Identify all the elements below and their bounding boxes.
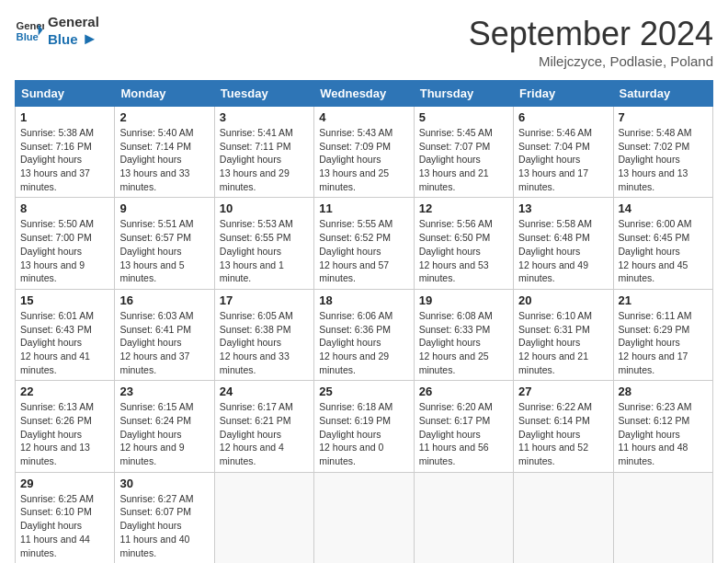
day-number: 5 — [419, 110, 508, 124]
day-info: Sunrise: 6:17 AMSunset: 6:21 PMDaylight … — [220, 400, 309, 467]
day-number: 3 — [220, 110, 309, 124]
table-row — [414, 472, 513, 563]
day-number: 15 — [20, 293, 109, 307]
weekday-header-row: Sunday Monday Tuesday Wednesday Thursday… — [16, 81, 713, 107]
day-info: Sunrise: 6:20 AMSunset: 6:17 PMDaylight … — [419, 400, 508, 467]
calendar-row: 8 Sunrise: 5:50 AMSunset: 7:00 PMDayligh… — [16, 198, 713, 289]
table-row: 7 Sunrise: 5:48 AMSunset: 7:02 PMDayligh… — [613, 107, 712, 198]
table-row: 30 Sunrise: 6:27 AMSunset: 6:07 PMDaylig… — [115, 472, 214, 563]
day-info: Sunrise: 5:43 AMSunset: 7:09 PMDaylight … — [319, 126, 408, 193]
table-row: 2 Sunrise: 5:40 AMSunset: 7:14 PMDayligh… — [115, 107, 214, 198]
day-number: 23 — [119, 385, 209, 398]
day-number: 24 — [220, 385, 309, 398]
table-row: 1 Sunrise: 5:38 AMSunset: 7:16 PMDayligh… — [16, 107, 115, 198]
day-number: 30 — [119, 477, 209, 490]
day-info: Sunrise: 6:08 AMSunset: 6:33 PMDaylight … — [419, 309, 508, 376]
day-info: Sunrise: 6:03 AMSunset: 6:41 PMDaylight … — [119, 309, 209, 376]
month-title: September 2024 — [469, 15, 713, 53]
day-info: Sunrise: 6:00 AMSunset: 6:45 PMDaylight … — [619, 217, 708, 284]
title-block: September 2024 Milejczyce, Podlasie, Pol… — [469, 15, 713, 69]
day-info: Sunrise: 5:55 AMSunset: 6:52 PMDaylight … — [319, 217, 408, 284]
table-row: 24 Sunrise: 6:17 AMSunset: 6:21 PMDaylig… — [214, 381, 313, 472]
day-info: Sunrise: 5:51 AMSunset: 6:57 PMDaylight … — [119, 217, 209, 284]
table-row: 4 Sunrise: 5:43 AMSunset: 7:09 PMDayligh… — [314, 107, 414, 198]
table-row: 9 Sunrise: 5:51 AMSunset: 6:57 PMDayligh… — [115, 198, 214, 289]
calendar-row: 22 Sunrise: 6:13 AMSunset: 6:26 PMDaylig… — [16, 381, 713, 472]
day-number: 6 — [518, 110, 608, 124]
day-number: 16 — [119, 293, 209, 307]
table-row: 28 Sunrise: 6:23 AMSunset: 6:12 PMDaylig… — [613, 381, 712, 472]
table-row: 27 Sunrise: 6:22 AMSunset: 6:14 PMDaylig… — [514, 381, 613, 472]
day-info: Sunrise: 6:22 AMSunset: 6:14 PMDaylight … — [518, 400, 608, 467]
day-info: Sunrise: 5:50 AMSunset: 7:00 PMDaylight … — [20, 217, 109, 284]
day-info: Sunrise: 5:46 AMSunset: 7:04 PMDaylight … — [518, 126, 608, 193]
table-row: 10 Sunrise: 5:53 AMSunset: 6:55 PMDaylig… — [214, 198, 313, 289]
header-friday: Friday — [514, 81, 613, 107]
table-row: 6 Sunrise: 5:46 AMSunset: 7:04 PMDayligh… — [514, 107, 613, 198]
day-number: 14 — [619, 201, 708, 215]
day-info: Sunrise: 6:06 AMSunset: 6:36 PMDaylight … — [319, 309, 408, 376]
table-row: 17 Sunrise: 6:05 AMSunset: 6:38 PMDaylig… — [214, 289, 313, 380]
calendar-row: 15 Sunrise: 6:01 AMSunset: 6:43 PMDaylig… — [16, 289, 713, 380]
header-monday: Monday — [115, 81, 214, 107]
day-number: 28 — [619, 385, 708, 398]
table-row: 12 Sunrise: 5:56 AMSunset: 6:50 PMDaylig… — [414, 198, 513, 289]
table-row: 5 Sunrise: 5:45 AMSunset: 7:07 PMDayligh… — [414, 107, 513, 198]
table-row: 8 Sunrise: 5:50 AMSunset: 7:00 PMDayligh… — [16, 198, 115, 289]
logo-text: General Blue ► — [48, 15, 99, 48]
calendar-row: 1 Sunrise: 5:38 AMSunset: 7:16 PMDayligh… — [16, 107, 713, 198]
svg-text:Blue: Blue — [17, 31, 39, 42]
day-number: 26 — [419, 385, 508, 398]
day-info: Sunrise: 6:25 AMSunset: 6:10 PMDaylight … — [20, 492, 109, 559]
day-info: Sunrise: 6:10 AMSunset: 6:31 PMDaylight … — [518, 309, 608, 376]
day-number: 2 — [119, 110, 209, 124]
header-thursday: Thursday — [414, 81, 513, 107]
day-info: Sunrise: 5:56 AMSunset: 6:50 PMDaylight … — [419, 217, 508, 284]
day-number: 19 — [419, 293, 508, 307]
logo: General Blue General Blue ► — [15, 15, 99, 48]
table-row — [214, 472, 313, 563]
day-number: 4 — [319, 110, 408, 124]
header-wednesday: Wednesday — [314, 81, 414, 107]
table-row: 14 Sunrise: 6:00 AMSunset: 6:45 PMDaylig… — [613, 198, 712, 289]
table-row: 15 Sunrise: 6:01 AMSunset: 6:43 PMDaylig… — [16, 289, 115, 380]
day-info: Sunrise: 6:18 AMSunset: 6:19 PMDaylight … — [319, 400, 408, 467]
table-row: 23 Sunrise: 6:15 AMSunset: 6:24 PMDaylig… — [115, 381, 214, 472]
day-number: 9 — [119, 201, 209, 215]
day-number: 10 — [220, 201, 309, 215]
table-row: 25 Sunrise: 6:18 AMSunset: 6:19 PMDaylig… — [314, 381, 414, 472]
page-header: General Blue General Blue ► September 20… — [15, 15, 713, 69]
day-info: Sunrise: 6:15 AMSunset: 6:24 PMDaylight … — [119, 400, 209, 467]
day-info: Sunrise: 5:40 AMSunset: 7:14 PMDaylight … — [119, 126, 209, 193]
day-number: 1 — [20, 110, 109, 124]
header-saturday: Saturday — [613, 81, 712, 107]
table-row: 13 Sunrise: 5:58 AMSunset: 6:48 PMDaylig… — [514, 198, 613, 289]
header-sunday: Sunday — [16, 81, 115, 107]
day-info: Sunrise: 5:48 AMSunset: 7:02 PMDaylight … — [619, 126, 708, 193]
day-info: Sunrise: 5:58 AMSunset: 6:48 PMDaylight … — [518, 217, 608, 284]
logo-icon: General Blue — [15, 17, 44, 46]
day-info: Sunrise: 5:41 AMSunset: 7:11 PMDaylight … — [220, 126, 309, 193]
table-row: 29 Sunrise: 6:25 AMSunset: 6:10 PMDaylig… — [16, 472, 115, 563]
day-number: 25 — [319, 385, 408, 398]
day-number: 7 — [619, 110, 708, 124]
day-number: 17 — [220, 293, 309, 307]
day-info: Sunrise: 5:53 AMSunset: 6:55 PMDaylight … — [220, 217, 309, 284]
table-row: 18 Sunrise: 6:06 AMSunset: 6:36 PMDaylig… — [314, 289, 414, 380]
day-info: Sunrise: 5:38 AMSunset: 7:16 PMDaylight … — [20, 126, 109, 193]
day-number: 21 — [619, 293, 708, 307]
day-info: Sunrise: 6:01 AMSunset: 6:43 PMDaylight … — [20, 309, 109, 376]
table-row: 16 Sunrise: 6:03 AMSunset: 6:41 PMDaylig… — [115, 289, 214, 380]
table-row: 20 Sunrise: 6:10 AMSunset: 6:31 PMDaylig… — [514, 289, 613, 380]
day-info: Sunrise: 6:05 AMSunset: 6:38 PMDaylight … — [220, 309, 309, 376]
table-row: 21 Sunrise: 6:11 AMSunset: 6:29 PMDaylig… — [613, 289, 712, 380]
day-number: 11 — [319, 201, 408, 215]
day-info: Sunrise: 6:13 AMSunset: 6:26 PMDaylight … — [20, 400, 109, 467]
table-row — [314, 472, 414, 563]
calendar-table: Sunday Monday Tuesday Wednesday Thursday… — [15, 80, 713, 563]
calendar-row: 29 Sunrise: 6:25 AMSunset: 6:10 PMDaylig… — [16, 472, 713, 563]
table-row: 26 Sunrise: 6:20 AMSunset: 6:17 PMDaylig… — [414, 381, 513, 472]
table-row: 19 Sunrise: 6:08 AMSunset: 6:33 PMDaylig… — [414, 289, 513, 380]
day-info: Sunrise: 6:27 AMSunset: 6:07 PMDaylight … — [119, 492, 209, 559]
header-tuesday: Tuesday — [214, 81, 313, 107]
